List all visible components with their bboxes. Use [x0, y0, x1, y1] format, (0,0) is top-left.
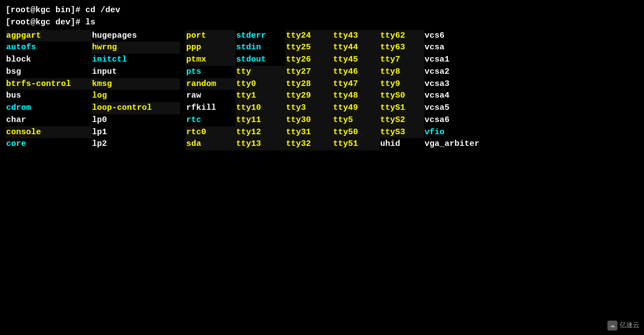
list-item: tty8	[380, 66, 424, 78]
list-item: char	[6, 114, 91, 126]
list-item: vga_arbiter	[424, 138, 480, 150]
ls-output: agpgartautofsblockbsgbtrfs-controlbuscdr…	[6, 30, 638, 151]
list-item: tty	[236, 66, 285, 78]
ls-column-0: agpgartautofsblockbsgbtrfs-controlbuscdr…	[6, 30, 91, 151]
list-item: vcsa2	[424, 66, 480, 78]
list-item: initctl	[91, 54, 180, 66]
ls-column-3: portpppptmxptsrandomrawrfkillrtcrtc0sda	[186, 30, 236, 151]
list-item: tty45	[333, 54, 380, 66]
list-item: vcsa	[424, 42, 480, 54]
list-item: stdin	[236, 42, 285, 54]
list-item: ttyS2	[380, 114, 424, 126]
list-item: uhid	[380, 138, 424, 150]
ls-column-6: tty43tty44tty45tty46tty47tty48tty49tty5t…	[333, 30, 380, 151]
list-item: port	[186, 30, 236, 42]
list-item: core	[6, 138, 91, 150]
terminal: [root@kgc bin]# cd /dev [root@kgc dev]# …	[0, 0, 644, 335]
list-item: hwrng	[91, 42, 180, 54]
list-item: console	[6, 126, 91, 139]
list-item: tty50	[333, 126, 380, 139]
list-item: tty46	[333, 66, 380, 78]
list-item: loop-control	[91, 102, 180, 114]
list-item: block	[6, 54, 91, 66]
watermark-text: 亿速云	[620, 321, 640, 330]
list-item: vcs6	[424, 30, 480, 42]
list-item: vcsa3	[424, 78, 480, 90]
list-item: tty13	[236, 138, 285, 150]
list-item: tty27	[285, 66, 333, 78]
ls-column-1: hugepageshwrnginitctlinputkmsglogloop-co…	[91, 30, 180, 151]
list-item: tty29	[285, 90, 333, 102]
list-item: tty30	[285, 114, 333, 126]
list-item: tty49	[333, 102, 380, 114]
list-item: ptmx	[186, 54, 236, 66]
list-item: tty47	[333, 78, 380, 90]
list-item: ppp	[186, 42, 236, 54]
list-item: bus	[6, 90, 91, 102]
list-item: ttyS0	[380, 90, 424, 102]
list-item: tty9	[380, 78, 424, 90]
list-item: raw	[186, 90, 236, 102]
list-item: tty5	[333, 114, 380, 126]
ls-column-7: tty62tty63tty7tty8tty9ttyS0ttyS1ttyS2tty…	[380, 30, 424, 151]
prompt-line-2: [root@kgc dev]# ls	[6, 17, 638, 29]
list-item: vfio	[424, 126, 480, 139]
list-item: tty26	[285, 54, 333, 66]
list-item: rtc	[186, 114, 236, 126]
list-item: tty62	[380, 30, 424, 42]
list-item: tty1	[236, 90, 285, 102]
list-item: vcsa6	[424, 114, 480, 126]
list-item: log	[91, 90, 180, 102]
list-item: tty48	[333, 90, 380, 102]
list-item: input	[91, 66, 180, 78]
list-item: tty28	[285, 78, 333, 90]
list-item: stdout	[236, 54, 285, 66]
list-item: tty24	[285, 30, 333, 42]
list-item: hugepages	[91, 30, 180, 42]
list-item: rtc0	[186, 126, 236, 139]
list-item: tty3	[285, 102, 333, 114]
list-item: autofs	[6, 42, 91, 54]
watermark-icon: ☁	[607, 321, 617, 331]
list-item: tty32	[285, 138, 333, 150]
watermark: ☁ 亿速云	[607, 321, 640, 331]
list-item: tty7	[380, 54, 424, 66]
ls-column-8: vcs6vcsavcsa1vcsa2vcsa3vcsa4vcsa5vcsa6vf…	[424, 30, 480, 151]
list-item: stderr	[236, 30, 285, 42]
list-item: agpgart	[6, 30, 91, 42]
ls-column-4: stderrstdinstdoutttytty0tty1tty10tty11tt…	[236, 30, 285, 151]
list-item: tty43	[333, 30, 380, 42]
list-item: cdrom	[6, 102, 91, 114]
list-item: tty51	[333, 138, 380, 150]
list-item: rfkill	[186, 102, 236, 114]
list-item: bsg	[6, 66, 91, 78]
list-item: ttyS3	[380, 126, 424, 139]
list-item: btrfs-control	[6, 78, 91, 90]
list-item: pts	[186, 66, 236, 78]
list-item: random	[186, 78, 236, 90]
list-item: tty63	[380, 42, 424, 54]
prompt-line-1: [root@kgc bin]# cd /dev	[6, 4, 638, 17]
list-item: lp0	[91, 114, 180, 126]
list-item: lp2	[91, 138, 180, 150]
list-item: kmsg	[91, 78, 180, 90]
list-item: tty44	[333, 42, 380, 54]
list-item: vcsa5	[424, 102, 480, 114]
list-item: lp1	[91, 126, 180, 139]
ls-column-5: tty24tty25tty26tty27tty28tty29tty3tty30t…	[285, 30, 333, 151]
list-item: tty12	[236, 126, 285, 139]
list-item: tty25	[285, 42, 333, 54]
ls-column-2	[180, 30, 186, 151]
list-item: tty10	[236, 102, 285, 114]
list-item: ttyS1	[380, 102, 424, 114]
list-item: tty11	[236, 114, 285, 126]
list-item: vcsa1	[424, 54, 480, 66]
list-item: vcsa4	[424, 90, 480, 102]
list-item: tty0	[236, 78, 285, 90]
list-item: tty31	[285, 126, 333, 139]
list-item: sda	[186, 138, 236, 150]
